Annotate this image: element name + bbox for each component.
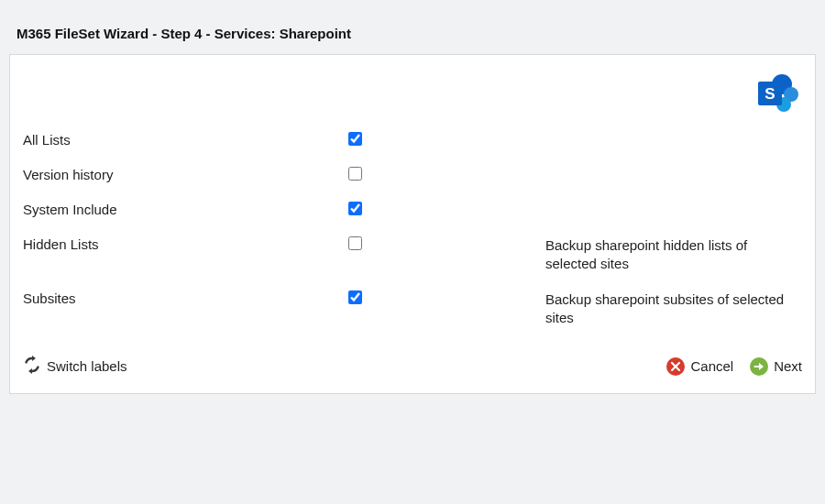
page-title: M365 FileSet Wizard - Step 4 - Services:…: [9, 9, 816, 54]
option-version-history: Version history: [23, 158, 802, 192]
cancel-icon: [666, 357, 685, 376]
arrow-right-icon: [750, 357, 768, 376]
option-subsites: Subsites Backup sharepoint subsites of s…: [23, 281, 802, 335]
cancel-text: Cancel: [690, 358, 733, 374]
sharepoint-icon: S: [751, 71, 800, 119]
checkbox-hidden-lists[interactable]: [348, 236, 362, 250]
option-label: Hidden Lists: [23, 236, 348, 252]
wizard-footer: Switch labels Cancel: [23, 335, 802, 377]
logo-area: S: [23, 68, 802, 123]
wizard-panel: S All Lists Version history System Inclu…: [9, 54, 816, 394]
checkbox-version-history[interactable]: [348, 167, 362, 181]
option-label: All Lists: [23, 132, 348, 148]
next-text: Next: [774, 358, 802, 374]
svg-marker-10: [759, 363, 764, 370]
svg-marker-5: [32, 356, 36, 361]
option-desc: Backup sharepoint hidden lists of select…: [545, 236, 802, 272]
switch-labels-text: Switch labels: [47, 358, 127, 374]
option-hidden-lists: Hidden Lists Backup sharepoint hidden li…: [23, 227, 802, 281]
svg-text:S: S: [764, 85, 775, 103]
option-label: System Include: [23, 202, 348, 217]
option-label: Version history: [23, 167, 348, 182]
checkbox-subsites[interactable]: [348, 290, 362, 304]
refresh-icon: [23, 356, 41, 377]
option-system-include: System Include: [23, 192, 802, 227]
option-all-lists: All Lists: [23, 123, 802, 158]
checkbox-all-lists[interactable]: [348, 132, 362, 146]
svg-marker-6: [28, 368, 32, 374]
option-label: Subsites: [23, 290, 348, 306]
checkbox-system-include[interactable]: [348, 202, 362, 215]
next-button[interactable]: Next: [750, 357, 802, 376]
cancel-button[interactable]: Cancel: [666, 357, 733, 376]
option-desc: Backup sharepoint subsites of selected s…: [545, 290, 802, 326]
switch-labels-button[interactable]: Switch labels: [23, 356, 127, 377]
